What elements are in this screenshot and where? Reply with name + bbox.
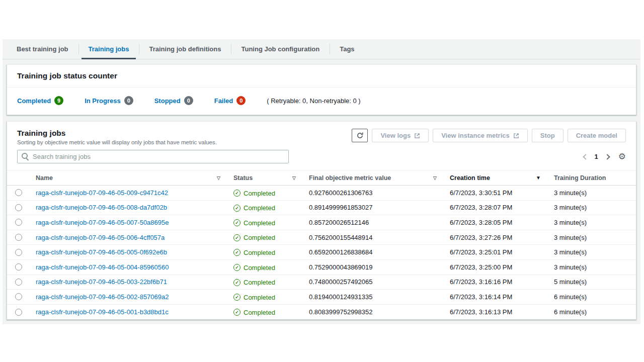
create-model-button[interactable]: Create model (568, 129, 626, 142)
job-creation-time: 6/7/2023, 3:28:05 PM (444, 219, 548, 226)
row-radio-button[interactable] (15, 249, 22, 256)
job-status-label: Completed (244, 294, 275, 301)
job-creation-time: 6/7/2023, 3:16:16 PM (444, 278, 548, 286)
tab-best-training-job[interactable]: Best training job (7, 39, 78, 59)
tab-tuning-job-configuration[interactable]: Tuning Job configuration (231, 39, 330, 59)
job-status-label: Completed (244, 234, 275, 241)
job-metric-value: 0.8083999752998352 (303, 308, 444, 316)
job-metric-value: 0.8914999961853027 (303, 204, 444, 211)
column-header-duration-label: Training Duration (554, 174, 606, 182)
stop-button[interactable]: Stop (532, 129, 564, 142)
job-name-link[interactable]: raga-clsfr-tunejob-07-09-46-05-002-85706… (30, 293, 227, 301)
view-instance-metrics-button[interactable]: View instance metrics (433, 129, 528, 142)
counter-completed-label: Completed (17, 97, 51, 105)
column-header-creation-time-label: Creation time (450, 174, 490, 182)
refresh-button[interactable] (352, 129, 368, 142)
job-name-link[interactable]: raga-clsfr-tunejob-07-09-46-05-001-b3d8b… (30, 308, 227, 316)
job-metric-value: 0.7529000043869019 (303, 263, 444, 271)
row-select-cell (7, 263, 30, 270)
job-training-duration: 3 minute(s) (548, 204, 636, 211)
counter-stopped[interactable]: Stopped 0 (154, 96, 193, 105)
completed-check-icon: ✓ (233, 234, 240, 241)
counter-stopped-label: Stopped (154, 97, 181, 105)
row-select-cell (7, 204, 30, 211)
counter-completed[interactable]: Completed 9 (17, 96, 63, 105)
job-status-cell: ✓ Completed (227, 189, 303, 197)
completed-check-icon: ✓ (233, 190, 240, 197)
job-training-duration: 6 minute(s) (548, 293, 636, 301)
training-jobs-table: Name ▽ Status ▽ Final objective metric v… (7, 170, 636, 319)
tab-bar: Best training job Training jobs Training… (3, 39, 640, 59)
column-header-name[interactable]: Name ▽ (30, 174, 227, 182)
job-status-label: Completed (244, 249, 275, 256)
row-radio-button[interactable] (15, 263, 22, 270)
job-creation-time: 6/7/2023, 3:25:01 PM (444, 248, 548, 256)
column-header-metric-label: Final objective metric value (309, 174, 391, 182)
completed-check-icon: ✓ (233, 279, 240, 286)
tab-training-jobs[interactable]: Training jobs (78, 39, 139, 59)
job-status-label: Completed (244, 219, 275, 227)
column-header-creation-time[interactable]: Creation time ▼ (444, 174, 548, 182)
row-radio-button[interactable] (15, 204, 22, 211)
sort-icon[interactable]: ▽ (292, 175, 296, 180)
job-training-duration: 3 minute(s) (548, 234, 636, 241)
row-radio-button[interactable] (15, 293, 22, 300)
job-training-duration: 5 minute(s) (548, 278, 636, 286)
job-name-link[interactable]: raga-clsfr-tunejob-07-09-46-05-005-0f692… (30, 248, 227, 256)
search-input[interactable] (17, 150, 289, 163)
row-radio-button[interactable] (15, 279, 22, 286)
job-name-link[interactable]: raga-clsfr-tunejob-07-09-46-05-003-22bf6… (30, 278, 227, 286)
table-row: raga-clsfr-tunejob-07-09-46-05-006-4cff0… (7, 230, 636, 245)
job-training-duration: 3 minute(s) (548, 248, 636, 256)
row-select-cell (7, 309, 30, 316)
row-radio-button[interactable] (15, 234, 22, 241)
external-link-icon (414, 133, 420, 139)
job-name-link[interactable]: raga-clsfr-tunejob-07-09-46-05-004-85960… (30, 263, 227, 271)
job-status-label: Completed (244, 264, 275, 272)
row-radio-button[interactable] (15, 309, 22, 316)
job-name-link[interactable]: raga-clsfr-tunejob-07-09-46-05-006-4cff0… (30, 234, 227, 241)
job-status-label: Completed (244, 190, 275, 197)
job-name-link[interactable]: raga-clsfr-tunejob-07-09-46-05-009-c9471… (30, 189, 227, 197)
counter-in-progress[interactable]: In Progress 0 (85, 96, 133, 105)
job-creation-time: 6/7/2023, 3:16:14 PM (444, 293, 548, 301)
job-creation-time: 6/7/2023, 3:27:26 PM (444, 234, 548, 241)
row-radio-button[interactable] (15, 219, 22, 226)
job-metric-value: 0.7562000155448914 (303, 234, 444, 241)
job-creation-time: 6/7/2023, 3:30:51 PM (444, 189, 548, 197)
table-header-row: Name ▽ Status ▽ Final objective metric v… (7, 170, 636, 186)
row-radio-button[interactable] (15, 189, 22, 196)
job-status-cell: ✓ Completed (227, 204, 303, 212)
job-training-duration: 6 minute(s) (548, 308, 636, 316)
sort-icon[interactable]: ▽ (433, 175, 437, 180)
page-number[interactable]: 1 (595, 153, 598, 160)
column-header-metric[interactable]: Final objective metric value ▽ (303, 174, 444, 182)
view-logs-button[interactable]: View logs (372, 129, 429, 142)
row-select-cell (7, 279, 30, 286)
job-creation-time: 6/7/2023, 3:25:00 PM (444, 263, 548, 271)
job-name-link[interactable]: raga-clsfr-tunejob-07-09-46-05-008-da7df… (30, 204, 227, 211)
counter-in-progress-label: In Progress (85, 97, 121, 105)
sort-desc-icon[interactable]: ▼ (536, 175, 541, 180)
job-name-link[interactable]: raga-clsfr-tunejob-07-09-46-05-007-50a86… (30, 219, 227, 226)
row-select-cell (7, 249, 30, 256)
tab-training-job-definitions[interactable]: Training job definitions (139, 39, 231, 59)
job-training-duration: 3 minute(s) (548, 219, 636, 226)
row-select-cell (7, 234, 30, 241)
chevron-right-icon[interactable] (604, 154, 610, 159)
tab-tags[interactable]: Tags (330, 39, 364, 59)
job-training-duration: 3 minute(s) (548, 263, 636, 271)
sort-icon[interactable]: ▽ (217, 175, 220, 180)
completed-check-icon: ✓ (233, 205, 240, 212)
counter-completed-badge: 9 (54, 96, 63, 105)
column-header-status[interactable]: Status ▽ (227, 174, 303, 182)
chevron-left-icon[interactable] (583, 154, 588, 159)
training-jobs-card: Training jobs Sorting by objective metri… (7, 121, 636, 320)
gear-icon[interactable]: ⚙ (618, 152, 626, 161)
external-link-icon (513, 133, 519, 139)
completed-check-icon: ✓ (233, 309, 240, 316)
job-metric-value: 0.9276000261306763 (303, 189, 444, 197)
toolbar-actions: View logs View instance metrics Stop Cre… (352, 129, 626, 142)
failed-retry-detail: ( Retryable: 0, Non-retryable: 0 ) (267, 97, 360, 105)
counter-failed[interactable]: Failed 0 (214, 96, 246, 105)
